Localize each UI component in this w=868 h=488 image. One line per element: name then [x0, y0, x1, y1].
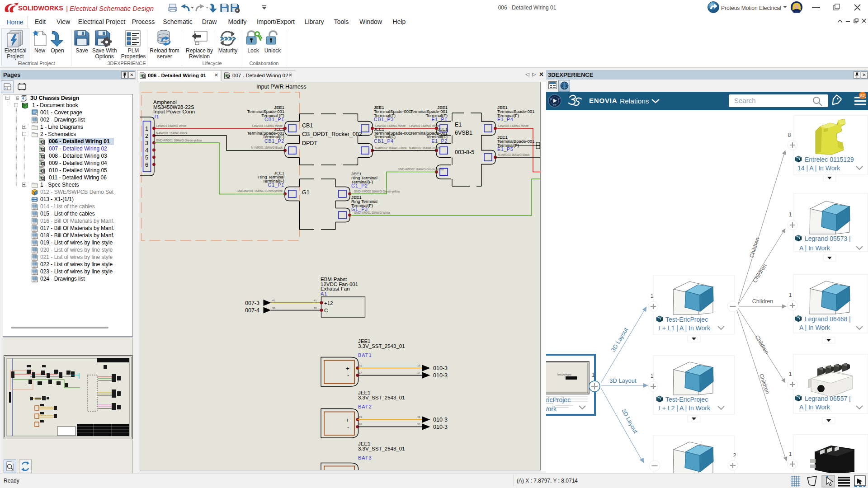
svg-text:I-#W001 16AWG White: I-#W001 16AWG White [156, 124, 187, 127]
svg-text:Test-EricProjec: Test-EricProjec [546, 396, 571, 404]
svg-text:Entrelec 0115129: Entrelec 0115129 [805, 156, 854, 163]
svg-text:CB1: CB1 [302, 122, 313, 129]
svg-text:3.3V_SST_2543_01: 3.3V_SST_2543_01 [358, 343, 405, 349]
svg-text:3D: 3D [550, 98, 553, 100]
svg-text:CB_DPDT_Rocker_002: CB_DPDT_Rocker_002 [302, 131, 362, 137]
svg-text:I-#W001 16AWG White: I-#W001 16AWG White [252, 124, 283, 127]
svg-text:-: - [347, 423, 349, 430]
svg-text:A | In Work: A | In Work [799, 244, 830, 252]
svg-text:6: 6 [145, 161, 148, 168]
svg-text:17: 17 [359, 371, 362, 374]
svg-text:3: 3 [145, 140, 148, 146]
svg-text:19: 19 [359, 416, 362, 418]
svg-text:N-#W003 16AWG Black: N-#W003 16AWG Black [498, 153, 530, 156]
svg-text:E1_P2: E1_P2 [431, 138, 448, 144]
svg-text:V.R: V.R [553, 104, 557, 106]
svg-text:Test-EricProjec: Test-EricProjec [665, 316, 708, 323]
svg-text:1: 1 [789, 371, 792, 377]
svg-text:1: 1 [789, 211, 792, 218]
svg-text:17: 17 [417, 371, 420, 374]
svg-text:IF: IF [558, 98, 560, 100]
svg-text:20: 20 [359, 423, 362, 426]
svg-text:007-3: 007-3 [245, 300, 259, 306]
svg-text:ENOVIA: ENOVIA [589, 97, 617, 104]
svg-text:A | In Work: A | In Work [546, 405, 557, 413]
svg-text:BAT3: BAT3 [358, 455, 372, 460]
svg-text:010-3: 010-3 [433, 372, 448, 379]
svg-text:2: 2 [145, 132, 148, 139]
svg-text:I-#W002 16AWG White: I-#W002 16AWG White [409, 124, 440, 127]
svg-text:t + L2 | A | In Work: t + L2 | A | In Work [659, 404, 711, 412]
svg-text:Test-EricProjec: Test-EricProjec [665, 396, 708, 403]
svg-text:N-#W001 16AWG Black: N-#W001 16AWG Black [156, 131, 188, 135]
svg-text:E1_P5: E1_P5 [497, 146, 514, 152]
svg-text:DPDT: DPDT [302, 140, 317, 146]
svg-text:-: - [347, 372, 349, 379]
svg-text:57: 57 [860, 93, 865, 98]
svg-text:GND-#W001 16AWG Green-yellow: GND-#W001 16AWG Green-yellow [156, 139, 202, 142]
svg-text:010-3: 010-3 [433, 417, 448, 423]
svg-text:BAT1: BAT1 [358, 352, 372, 358]
svg-text:19: 19 [417, 416, 420, 418]
svg-text:30: 30 [314, 307, 317, 310]
svg-text:A | In Work: A | In Work [799, 404, 830, 411]
svg-text:J1: J1 [153, 114, 160, 119]
svg-text:6VSB1: 6VSB1 [455, 130, 472, 136]
svg-text:N-#W001 16AWG Black: N-#W001 16AWG Black [251, 146, 283, 149]
svg-text:1: 1 [651, 293, 654, 299]
svg-text:I-#W003 16AWG White: I-#W003 16AWG White [498, 124, 529, 127]
svg-text:Legrand 05573 |: Legrand 05573 | [805, 235, 851, 242]
svg-text:E1: E1 [455, 122, 462, 128]
svg-text:Input Power Conn: Input Power Conn [153, 109, 195, 114]
svg-text:I-#W002 16AWG White: I-#W002 16AWG White [375, 124, 406, 127]
svg-text:Legrand 06557 |: Legrand 06557 | [805, 395, 851, 402]
svg-text:30: 30 [272, 307, 275, 310]
svg-text:CB1_P3: CB1_P3 [374, 117, 394, 122]
svg-text:2: 2 [733, 452, 736, 459]
svg-text:N-#W002 16AWG Black: N-#W002 16AWG Black [409, 146, 441, 150]
svg-text:Test-EricProject: Test-EricProject [557, 374, 571, 376]
svg-text:Legrand 06468 |: Legrand 06468 | [805, 315, 851, 323]
svg-text:C: C [324, 308, 328, 313]
svg-text:Relations: Relations [620, 97, 649, 105]
svg-text:1: 1 [145, 125, 148, 132]
svg-text:G1: G1 [302, 189, 310, 196]
svg-text:41: 41 [272, 299, 275, 302]
svg-text:CB1_P2: CB1_P2 [264, 138, 284, 144]
svg-text:010-3: 010-3 [433, 424, 448, 430]
svg-text:+12: +12 [324, 300, 333, 306]
svg-text:A1: A1 [321, 291, 327, 296]
svg-text:1: 1 [592, 372, 595, 378]
svg-text:BAT2: BAT2 [358, 404, 372, 409]
svg-text:+: + [346, 365, 349, 372]
svg-text:E1_P4: E1_P4 [497, 117, 514, 122]
svg-text:007-4: 007-4 [245, 307, 259, 314]
svg-text:Input PWR Harness: Input PWR Harness [256, 84, 306, 90]
svg-text:15: 15 [417, 364, 420, 367]
svg-text:N-#W002 16AWG Black: N-#W002 16AWG Black [375, 146, 407, 150]
svg-text:4: 4 [145, 147, 148, 154]
svg-text:Children: Children [752, 298, 774, 305]
svg-text:A | In Work: A | In Work [799, 324, 830, 331]
svg-text:3D Layout: 3D Layout [609, 377, 637, 384]
svg-text:G1_P1: G1_P1 [268, 182, 284, 188]
svg-text:1: 1 [651, 373, 654, 379]
svg-text:GND-#W002 16AWG Green-yellow: GND-#W002 16AWG Green-yellow [354, 190, 400, 193]
svg-text:GND-#W002 16AWG Green-yellow: GND-#W002 16AWG Green-yellow [398, 168, 444, 171]
svg-text:3.3V_SST_2543_01: 3.3V_SST_2543_01 [358, 395, 405, 400]
svg-text:CB1_P1: CB1_P1 [264, 117, 284, 122]
svg-text:010-3: 010-3 [433, 365, 448, 371]
svg-text:GND-#W001 16AWG Green-yellow: GND-#W001 16AWG Green-yellow [236, 189, 283, 193]
svg-text:E1_P1: E1_P1 [431, 117, 448, 122]
svg-text:8: 8 [788, 132, 791, 138]
svg-text:3.3V_SST_2543_01: 3.3V_SST_2543_01 [358, 446, 405, 451]
svg-text:5: 5 [145, 154, 148, 161]
svg-text:1: 1 [789, 451, 792, 457]
svg-text:14 | A | In Work: 14 | A | In Work [797, 164, 840, 172]
svg-text:20: 20 [417, 423, 420, 426]
svg-text:GND-#W001 20AWG White: GND-#W001 20AWG White [354, 211, 390, 214]
svg-text:15: 15 [359, 364, 362, 367]
svg-text:G1_P2: G1_P2 [351, 183, 368, 188]
svg-text:41: 41 [314, 299, 317, 302]
svg-text:CB1_P4: CB1_P4 [374, 138, 394, 144]
